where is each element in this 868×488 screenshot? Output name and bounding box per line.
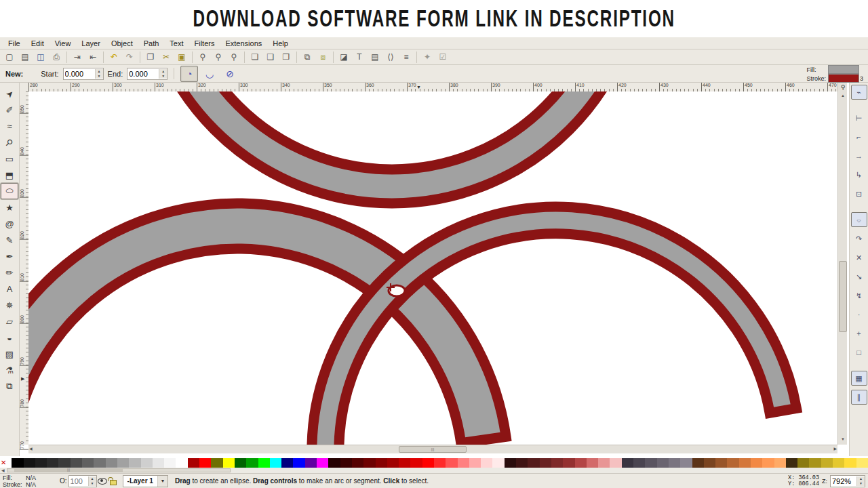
ungroup-icon[interactable]: ⧈ (315, 50, 330, 64)
palette-swatch[interactable] (223, 458, 235, 468)
snap-enable-button[interactable]: ⌁ (851, 85, 867, 100)
palette-swatch[interactable] (774, 458, 786, 468)
palette-swatch[interactable] (211, 458, 222, 468)
copy-icon[interactable]: ❐ (143, 50, 158, 64)
zoom-corner-icon[interactable]: ⚲ (839, 83, 847, 92)
scroll-up-arrow[interactable]: ▲ (839, 94, 847, 100)
palette-swatch[interactable] (117, 458, 129, 468)
palette-swatch[interactable] (328, 458, 340, 468)
zoom-drawing-icon[interactable]: ⚲ (211, 50, 226, 64)
palette-swatch[interactable] (844, 458, 856, 468)
palette-swatch[interactable] (622, 458, 633, 468)
palette-swatch[interactable] (751, 458, 762, 468)
vertical-ruler[interactable]: 850840830820810800790780770760750 (20, 92, 29, 445)
zoom-selection-icon[interactable]: ⚲ (195, 50, 210, 64)
palette-swatch[interactable] (399, 458, 410, 468)
undo-icon[interactable]: ↶ (106, 50, 121, 64)
palette-swatch[interactable] (762, 458, 774, 468)
palette-swatch[interactable] (422, 458, 434, 468)
star-tool[interactable]: ★ (1, 199, 18, 216)
mode-segment-button[interactable]: ◔ (180, 66, 198, 82)
palette-swatch[interactable] (669, 458, 680, 468)
palette-swatch[interactable] (58, 458, 70, 468)
opacity-spinner[interactable]: ▲▼ (88, 476, 96, 486)
zoom-page-icon[interactable]: ⚲ (226, 50, 241, 64)
vertical-scrollbar[interactable]: ⚲ ▲ ▼ (837, 83, 847, 445)
palette-swatch[interactable] (692, 458, 704, 468)
palette-swatch[interactable] (164, 458, 176, 468)
palette-swatch[interactable] (446, 458, 457, 468)
palette-swatch[interactable] (82, 458, 94, 468)
spray-tool[interactable]: ✵ (1, 297, 18, 313)
snap-bbox-edge-mid-button[interactable]: ↳ (851, 167, 867, 182)
style-indicator[interactable]: Fill: N/A Stroke: N/A (0, 474, 53, 488)
palette-swatch[interactable] (153, 458, 164, 468)
horizontal-scrollbar[interactable]: ◀ ||| ▶ (28, 445, 837, 453)
palette-swatch[interactable] (281, 458, 293, 468)
opacity-input[interactable] (69, 476, 88, 486)
export-icon[interactable]: ⇤ (85, 50, 100, 64)
menu-layer[interactable]: Layer (76, 39, 106, 48)
palette-scroll-thumb[interactable]: ||| (14, 469, 123, 472)
snap-bbox-corner-button[interactable]: → (851, 148, 867, 163)
document-properties-icon[interactable]: ☑ (435, 50, 450, 64)
palette-swatch[interactable] (575, 458, 587, 468)
end-input[interactable] (127, 69, 159, 79)
connector-tool[interactable]: ⧉ (1, 378, 18, 394)
palette-swatch[interactable] (786, 458, 797, 468)
group-icon[interactable]: ⧉ (300, 50, 315, 64)
palette-swatch[interactable] (363, 458, 375, 468)
start-spinbox[interactable]: ▲▼ (63, 68, 104, 80)
unlink-clone-icon[interactable]: ❒ (279, 50, 294, 64)
palette-swatch[interactable] (246, 458, 258, 468)
vertical-scroll-thumb[interactable] (839, 261, 847, 332)
palette-swatch[interactable] (458, 458, 469, 468)
palette-swatch[interactable] (704, 458, 715, 468)
xml-editor-icon[interactable]: ⟨⟩ (383, 50, 398, 64)
save-document-icon[interactable]: ◫ (33, 50, 48, 64)
palette-swatch[interactable] (0, 458, 12, 468)
start-input[interactable] (64, 69, 95, 79)
snap-grid-button[interactable]: ▦ (851, 371, 867, 386)
pencil-tool[interactable]: ✎ (1, 232, 18, 248)
menu-path[interactable]: Path (138, 39, 165, 48)
text-dialog-icon[interactable]: T (352, 50, 367, 64)
palette-swatch[interactable] (516, 458, 528, 468)
palette-swatch[interactable] (492, 458, 504, 468)
layer-visibility-toggle[interactable] (97, 476, 108, 486)
redo-icon[interactable]: ↷ (122, 50, 137, 64)
palette-swatch[interactable] (106, 458, 117, 468)
text-tool[interactable]: A (1, 281, 18, 297)
paste-icon[interactable]: ▣ (174, 50, 189, 64)
layer-selector[interactable]: -Layer 1 ▼ (123, 475, 168, 487)
palette-swatch[interactable] (633, 458, 645, 468)
palette-swatch[interactable] (434, 458, 446, 468)
preferences-icon[interactable]: ✦ (420, 50, 435, 64)
opacity-spinbox[interactable]: ▲▼ (68, 475, 97, 487)
zoom-spinbox[interactable]: ▲▼ (830, 475, 865, 487)
snap-bbox-center-button[interactable]: ⊡ (851, 186, 867, 201)
start-spinner[interactable]: ▲▼ (95, 69, 103, 79)
palette-swatch[interactable] (505, 458, 516, 468)
palette-swatch[interactable] (376, 458, 387, 468)
snap-bbox-button[interactable]: ⊢ (851, 110, 867, 125)
palette-swatch[interactable] (141, 458, 153, 468)
palette-swatch[interactable] (680, 458, 692, 468)
palette-swatch[interactable] (317, 458, 328, 468)
palette-swatch[interactable] (387, 458, 399, 468)
snap-guide-button[interactable]: ∥ (851, 390, 867, 405)
align-dialog-icon[interactable]: ≡ (399, 50, 414, 64)
snap-object-center-button[interactable]: + (851, 326, 867, 341)
print-icon[interactable]: ⎙ (49, 50, 64, 64)
palette-swatch[interactable] (199, 458, 211, 468)
mode-whole-ellipse-button[interactable]: ⊘ (221, 66, 239, 82)
menu-edit[interactable]: Edit (26, 39, 50, 48)
snap-path-button[interactable]: ↷ (851, 231, 867, 246)
cut-icon[interactable]: ✂ (159, 50, 174, 64)
palette-swatch[interactable] (833, 458, 844, 468)
menu-extensions[interactable]: Extensions (220, 39, 267, 48)
open-document-icon[interactable]: ▤ (18, 50, 33, 64)
mode-arc-button[interactable]: ◡ (201, 66, 218, 82)
scroll-left-arrow[interactable]: ◀ (29, 446, 33, 451)
menu-text[interactable]: Text (164, 39, 189, 48)
